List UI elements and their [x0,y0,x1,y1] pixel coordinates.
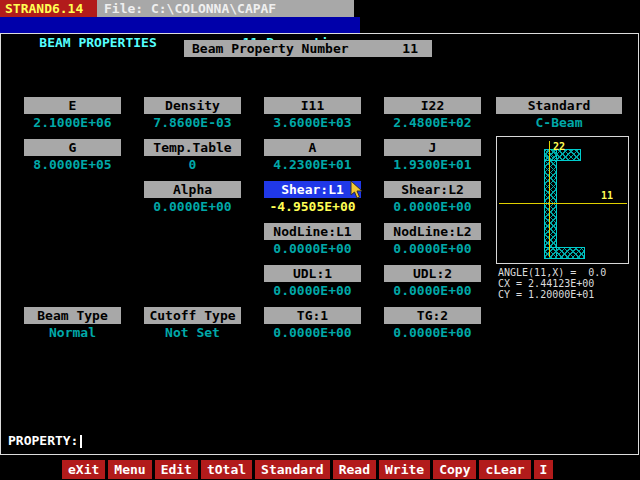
field-shear-l1: Shear:L1 -4.9505E+00 [264,181,361,215]
field-nodline-l2: NodLine:L2 0.0000E+00 [384,223,481,257]
file-path: File: C:\COLONNA\CAPAF [97,0,354,17]
field-g-value: 8.0000E+05 [24,156,121,173]
field-udl-1-button[interactable]: UDL:1 [264,265,361,282]
field-udl-1-value: 0.0000E+00 [264,282,361,299]
mouse-cursor [350,180,364,203]
field-g: G 8.0000E+05 [24,139,121,173]
section-type-label: C-Beam [496,114,622,131]
field-i22-value: 2.4800E+02 [384,114,481,131]
field-e-button[interactable]: E [24,97,121,114]
field-i22-button[interactable]: I22 [384,97,481,114]
axis-11-label: 11 [601,191,613,201]
field-beam-type-button[interactable]: Beam Type [24,307,121,324]
field-udl-1: UDL:1 0.0000E+00 [264,265,361,299]
menu-item-exit[interactable]: eXit [62,460,105,479]
menu-item-edit[interactable]: Edit [155,460,198,479]
menu-item-i[interactable]: I [534,460,554,479]
field-shear-l1-value: -4.9505E+00 [264,198,361,215]
page-title: Beam Property Number 11 [184,40,432,57]
field-alpha-value: 0.0000E+00 [144,198,241,215]
field-tg-1-value: 0.0000E+00 [264,324,361,341]
menu-item-read[interactable]: Read [333,460,376,479]
section-cx: CX = 2.44123E+00 [498,279,594,289]
field-temp-table-value: 0 [144,156,241,173]
field-shear-l2: Shear:L2 0.0000E+00 [384,181,481,215]
menu-item-standard[interactable]: Standard [255,460,330,479]
field-density-value: 7.8600E-03 [144,114,241,131]
bottom-menu: eXit Menu Edit tOtal Standard Read Write… [0,460,640,480]
field-j-button[interactable]: J [384,139,481,156]
field-i11-value: 3.6000E+03 [264,114,361,131]
field-udl-2-value: 0.0000E+00 [384,282,481,299]
field-shear-l1-button[interactable]: Shear:L1 [264,181,361,198]
section-angle: ANGLE(11,X) = 0.0 [498,268,606,278]
field-a-button[interactable]: A [264,139,361,156]
field-i11-button[interactable]: I11 [264,97,361,114]
field-nodline-l1: NodLine:L1 0.0000E+00 [264,223,361,257]
text-cursor [80,435,82,448]
field-udl-2-button[interactable]: UDL:2 [384,265,481,282]
menu-item-clear[interactable]: cLear [479,460,530,479]
beam-bottom-flange [544,247,585,259]
menu-item-write[interactable]: Write [379,460,430,479]
field-tg-2: TG:2 0.0000E+00 [384,307,481,341]
field-tg-2-value: 0.0000E+00 [384,324,481,341]
field-e-value: 2.1000E+06 [24,114,121,131]
field-tg-1: TG:1 0.0000E+00 [264,307,361,341]
field-e: E 2.1000E+06 [24,97,121,131]
field-nodline-l2-value: 0.0000E+00 [384,240,481,257]
section-standard-button[interactable]: Standard [496,97,622,114]
field-temp-table: Temp.Table 0 [144,139,241,173]
field-tg-2-button[interactable]: TG:2 [384,307,481,324]
field-nodline-l1-button[interactable]: NodLine:L1 [264,223,361,240]
field-a: A 4.2300E+01 [264,139,361,173]
strand-screen: STRAND6.14 File: C:\COLONNA\CAPAF BEAM P… [0,0,640,480]
field-cutoff-type-value: Not Set [144,324,241,341]
field-j-value: 1.9300E+01 [384,156,481,173]
section-cy: CY = 1.20000E+01 [498,290,594,300]
field-density-button[interactable]: Density [144,97,241,114]
field-alpha: Alpha 0.0000E+00 [144,181,241,215]
field-alpha-button[interactable]: Alpha [144,181,241,198]
property-number: 11 [402,40,418,57]
menu-item-menu[interactable]: Menu [108,460,151,479]
field-udl-2: UDL:2 0.0000E+00 [384,265,481,299]
field-shear-l2-button[interactable]: Shear:L2 [384,181,481,198]
menu-item-copy[interactable]: Copy [433,460,476,479]
page-title-label: Beam Property Number [192,40,349,57]
field-cutoff-type-button[interactable]: Cutoff Type [144,307,241,324]
beam-web [544,149,557,259]
field-i11: I11 3.6000E+03 [264,97,361,131]
field-density: Density 7.8600E-03 [144,97,241,131]
axis-22-line [549,141,550,257]
view-title-bar: BEAM PROPERTIES:11 Properties [0,17,360,34]
axis-11-line [499,203,627,204]
field-tg-1-button[interactable]: TG:1 [264,307,361,324]
field-nodline-l1-value: 0.0000E+00 [264,240,361,257]
app-title: STRAND6.14 [0,0,97,17]
menu-item-total[interactable]: tOtal [201,460,252,479]
field-nodline-l2-button[interactable]: NodLine:L2 [384,223,481,240]
field-temp-table-button[interactable]: Temp.Table [144,139,241,156]
field-beam-type-value: Normal [24,324,121,341]
axis-22-label: 22 [553,142,565,152]
field-i22: I22 2.4800E+02 [384,97,481,131]
section-diagram: 22 11 [496,136,629,264]
command-input[interactable]: PROPERTY: [8,432,82,449]
field-beam-type: Beam Type Normal [24,307,121,341]
command-prompt-label: PROPERTY: [8,433,78,448]
field-cutoff-type: Cutoff Type Not Set [144,307,241,341]
field-g-button[interactable]: G [24,139,121,156]
field-a-value: 4.2300E+01 [264,156,361,173]
field-shear-l2-value: 0.0000E+00 [384,198,481,215]
field-j: J 1.9300E+01 [384,139,481,173]
